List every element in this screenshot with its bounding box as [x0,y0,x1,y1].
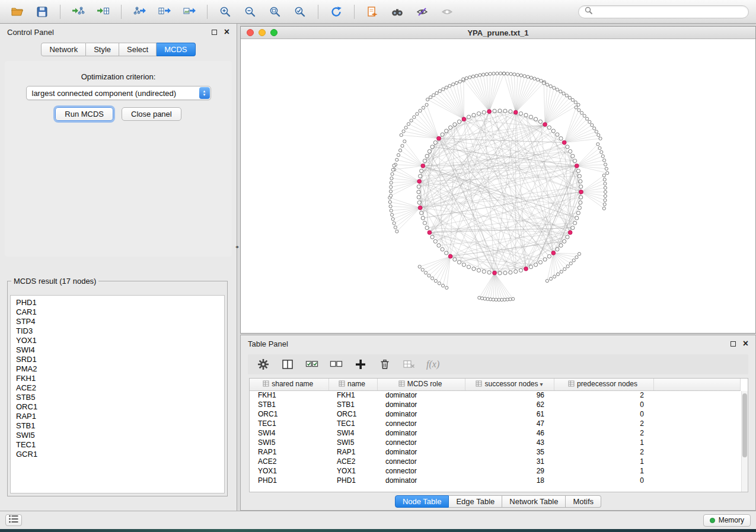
mcds-result-item[interactable]: SWI5 [11,431,224,440]
table-cell[interactable]: SWI4 [250,428,328,438]
table-cell[interactable]: TEC1 [250,419,328,428]
maximize-window-icon[interactable] [270,29,277,36]
save-icon[interactable] [32,4,52,20]
table-cell[interactable]: 1 [554,438,653,447]
table-cell[interactable]: YOX1 [250,466,328,476]
table-cell[interactable]: ORC1 [328,409,377,419]
function-builder-icon[interactable]: f(x) [426,359,439,370]
table-cell[interactable]: connector [377,466,465,476]
table-cell[interactable]: PHD1 [328,476,377,485]
tab-select[interactable]: Select [119,43,157,56]
table-cell[interactable]: YOX1 [328,466,377,476]
table-cell[interactable]: ACE2 [250,457,328,466]
table-cell[interactable]: FKH1 [328,390,377,400]
mcds-result-item[interactable]: RAP1 [11,412,224,421]
optimization-criterion-dropdown[interactable]: largest connected component (undirected)… [26,86,211,100]
table-cell[interactable]: dominator [377,390,465,400]
delete-row-icon[interactable] [378,357,392,371]
table-cell[interactable]: 2 [554,390,653,400]
table-cell[interactable]: 61 [465,409,554,419]
export-table-icon[interactable] [154,4,174,20]
import-table-icon[interactable] [93,4,113,20]
tab-motifs[interactable]: Motifs [566,495,601,508]
search-input[interactable] [596,7,743,17]
table-cell[interactable]: SWI4 [328,428,377,438]
table-cell[interactable]: 1 [554,457,653,466]
table-row[interactable]: STB1STB1dominator620 [250,400,741,409]
table-cell[interactable]: 0 [554,400,653,409]
table-cell[interactable]: dominator [377,428,465,438]
network-canvas[interactable] [241,39,755,333]
mcds-result-item[interactable]: GCR1 [11,450,224,459]
export-image-icon[interactable] [179,4,199,20]
table-cell[interactable]: 43 [465,438,554,447]
table-cell[interactable]: 31 [465,457,554,466]
open-file-icon[interactable] [7,4,27,20]
deselect-all-icon[interactable] [329,357,343,371]
tab-style[interactable]: Style [86,43,119,56]
float-table-panel-icon[interactable] [731,341,736,347]
export-network-icon[interactable] [129,4,149,20]
table-cell[interactable]: ACE2 [328,457,377,466]
table-cell[interactable]: 0 [554,476,653,485]
tab-edge-table[interactable]: Edge Table [449,495,502,508]
share-document-icon[interactable] [362,4,382,20]
table-cell[interactable]: 0 [554,409,653,419]
table-cell[interactable]: dominator [377,447,465,457]
column-header-name[interactable]: name [328,379,377,390]
table-cell[interactable]: STB1 [250,400,328,409]
table-scrollbar[interactable] [741,391,748,492]
close-panel-button[interactable]: Close panel [122,107,181,121]
table-row[interactable]: ACE2ACE2connector311 [250,457,741,466]
hide-selected-icon[interactable] [412,4,432,20]
import-network-icon[interactable] [68,4,88,20]
select-all-icon[interactable] [305,357,319,371]
table-cell[interactable]: 2 [554,428,653,438]
close-window-icon[interactable] [247,29,254,36]
refresh-layout-icon[interactable] [326,4,346,20]
table-cell[interactable]: ORC1 [250,409,328,419]
table-cell[interactable]: PHD1 [250,476,328,485]
column-header-predecessor-nodes[interactable]: predecessor nodes [554,379,653,390]
tab-mcds[interactable]: MCDS [157,43,195,56]
zoom-selected-icon[interactable] [290,4,310,20]
zoom-out-icon[interactable] [240,4,260,20]
table-cell[interactable]: 62 [465,400,554,409]
table-cell[interactable]: 96 [465,390,554,400]
mcds-result-item[interactable]: STB5 [11,393,224,402]
table-row[interactable]: ORC1ORC1dominator610 [250,409,741,419]
column-header-successor-nodes[interactable]: successor nodes▾ [465,379,554,390]
tab-node-table[interactable]: Node Table [395,495,449,508]
mcds-result-item[interactable]: CAR1 [11,307,224,317]
table-cell[interactable]: RAP1 [250,447,328,457]
mcds-result-item[interactable]: PHD1 [11,298,224,307]
table-cell[interactable]: 18 [465,476,554,485]
table-row[interactable]: PHD1PHD1dominator180 [250,476,741,485]
mcds-result-item[interactable]: STB1 [11,421,224,431]
table-row[interactable]: FKH1FKH1dominator962 [250,390,741,400]
run-mcds-button[interactable]: Run MCDS [55,107,113,121]
memory-button[interactable]: Memory [703,514,751,527]
table-cell[interactable]: FKH1 [250,390,328,400]
table-cell[interactable]: 2 [554,419,653,428]
float-panel-icon[interactable] [212,30,217,35]
table-row[interactable]: RAP1RAP1dominator352 [250,447,741,457]
table-row[interactable]: YOX1YOX1connector291 [250,466,741,476]
table-row[interactable]: SWI5SWI5connector431 [250,438,741,447]
tab-network-table[interactable]: Network Table [502,495,566,508]
column-header-shared-name[interactable]: shared name [250,379,328,390]
table-cell[interactable]: connector [377,419,465,428]
table-cell[interactable]: connector [377,438,465,447]
table-scrollbar-thumb[interactable] [742,393,747,457]
add-row-icon[interactable] [353,357,368,371]
table-cell[interactable]: dominator [377,476,465,485]
close-table-panel-icon[interactable]: × [743,340,748,347]
column-header-MCDS-role[interactable]: MCDS role [377,379,465,390]
table-cell[interactable]: 2 [554,447,653,457]
mcds-result-item[interactable]: PMA2 [11,364,224,374]
mcds-result-item[interactable]: TEC1 [11,440,224,450]
table-row[interactable]: SWI4SWI4dominator462 [250,428,741,438]
table-cell[interactable]: SWI5 [328,438,377,447]
mcds-result-item[interactable]: FKH1 [11,374,224,383]
table-cell[interactable]: connector [377,457,465,466]
